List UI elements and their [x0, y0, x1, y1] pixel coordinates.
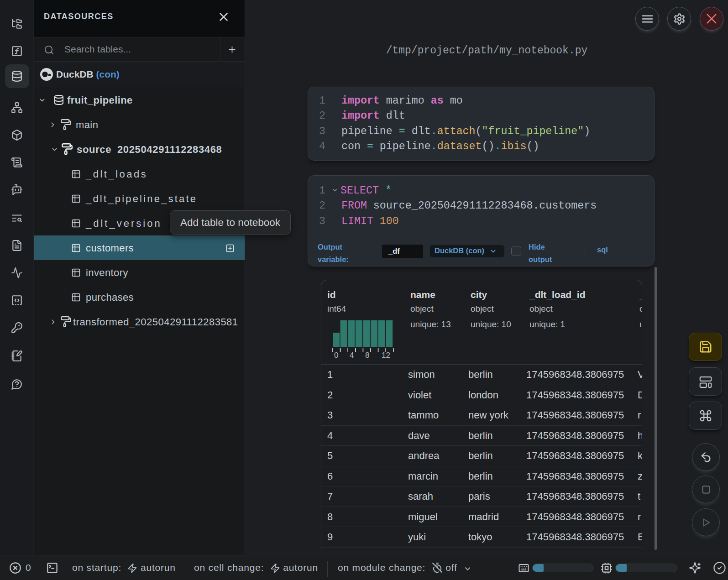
- svg-text:0: 0: [334, 351, 338, 359]
- svg-text:12: 12: [382, 351, 390, 359]
- svg-text:4: 4: [350, 351, 354, 359]
- svg-text:8: 8: [365, 351, 369, 359]
